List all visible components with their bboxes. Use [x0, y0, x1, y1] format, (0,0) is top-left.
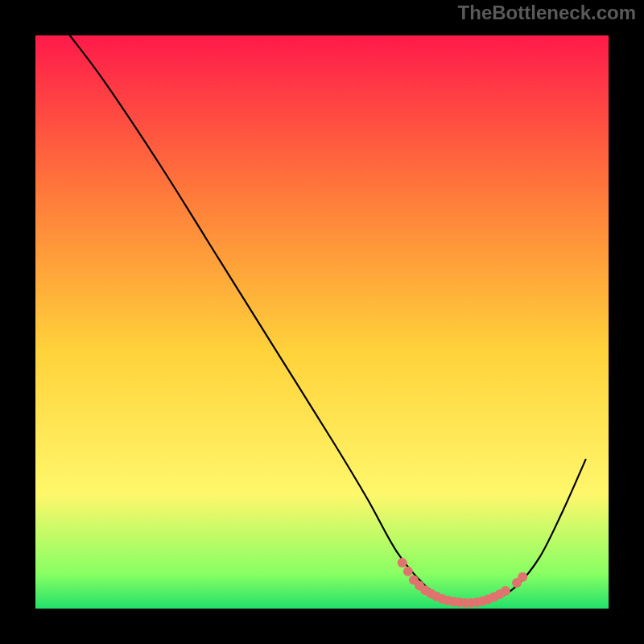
watermark-text: TheBottleneck.com	[458, 2, 636, 24]
svg-rect-1	[35, 35, 609, 609]
svg-point-22	[518, 572, 527, 582]
svg-point-20	[501, 586, 510, 596]
chart-container: TheBottleneck.com	[0, 0, 644, 644]
svg-point-2	[398, 558, 407, 568]
bottleneck-chart	[0, 0, 644, 644]
svg-point-3	[403, 567, 413, 576]
